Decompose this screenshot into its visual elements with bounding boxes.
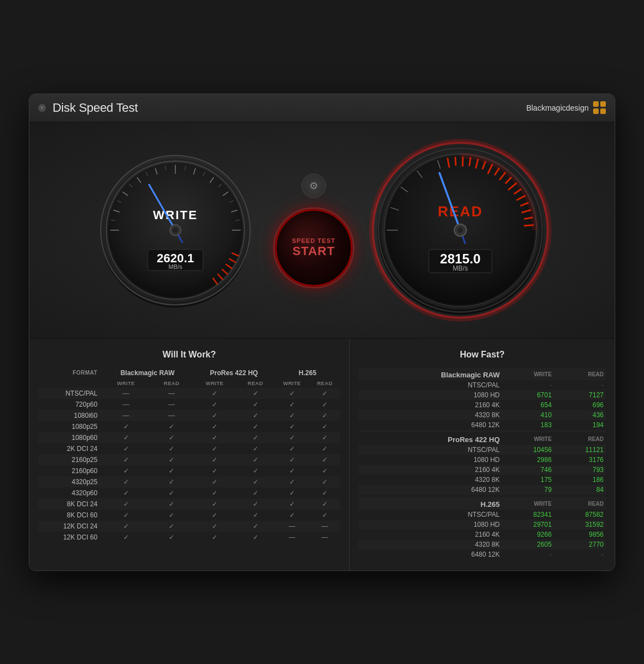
will-cell: ✓ [193, 476, 236, 487]
format-name: 1080p25 [38, 421, 102, 432]
fast-write-val: 6701 [502, 390, 554, 400]
format-name: 1080i60 [38, 410, 102, 421]
format-name: NTSC/PAL [38, 388, 102, 399]
start-button-line2: START [293, 244, 335, 258]
fast-write-val: 82341 [502, 510, 554, 520]
settings-button[interactable]: ⚙ [302, 174, 326, 198]
fast-row-label: 4320 8K [359, 410, 502, 420]
h265-write-header: WRITE [275, 378, 309, 388]
fast-read-val: 87582 [554, 510, 606, 520]
will-cell: — [102, 399, 150, 410]
will-cell: ✓ [193, 388, 236, 399]
will-cell: ✓ [236, 388, 275, 399]
write-col-header: WRITE [502, 497, 554, 510]
fast-write-val: 654 [502, 400, 554, 410]
will-cell: ✓ [309, 510, 340, 521]
fast-row: 2160 4K746793 [359, 465, 606, 475]
will-cell: ✓ [193, 487, 236, 499]
will-cell: ✓ [150, 510, 193, 521]
fast-row: 1080 HD67017127 [359, 390, 606, 400]
will-cell: ✓ [150, 454, 193, 465]
fast-write-val: - [502, 549, 554, 559]
will-cell: ✓ [236, 487, 275, 499]
will-cell: — [102, 410, 150, 421]
will-cell: — [102, 388, 150, 399]
write-gauge-svg: WRITE 2620.1 MB/s [92, 147, 258, 313]
fast-row-label: 1080 HD [359, 520, 502, 530]
will-cell: ✓ [193, 421, 236, 432]
will-cell: ✓ [193, 532, 236, 543]
will-cell: ✓ [236, 443, 275, 454]
will-cell: ✓ [309, 476, 340, 487]
how-fast-title: How Fast? [359, 350, 606, 360]
will-cell: ✓ [236, 410, 275, 421]
fast-row-label: 2160 4K [359, 400, 502, 410]
will-cell: — [275, 521, 309, 532]
h265-header: H.265 [275, 367, 341, 378]
will-cell: ✓ [236, 432, 275, 443]
will-cell: ✓ [193, 399, 236, 410]
svg-text:WRITE: WRITE [153, 208, 198, 222]
will-cell: ✓ [236, 476, 275, 487]
will-cell: ✓ [309, 399, 340, 410]
fast-row: 6480 12K-- [359, 549, 606, 559]
will-cell: ✓ [102, 510, 150, 521]
braw-read-header: READ [150, 378, 193, 388]
fast-row: 2160 4K92669856 [359, 530, 606, 540]
fast-write-val: 79 [502, 485, 554, 495]
will-cell: ✓ [275, 465, 309, 476]
will-cell: ✓ [193, 465, 236, 476]
will-cell: ✓ [102, 499, 150, 510]
read-col-header: READ [554, 497, 606, 510]
will-cell: ✓ [102, 532, 150, 543]
format-name: 1080p60 [38, 432, 102, 443]
will-cell: ✓ [193, 432, 236, 443]
brand-dot-4 [600, 108, 606, 114]
will-cell: ✓ [150, 499, 193, 510]
will-cell: ✓ [309, 421, 340, 432]
fast-read-val: 194 [554, 420, 606, 430]
will-row: 1080p60✓✓✓✓✓✓ [38, 432, 340, 443]
format-name: 4320p25 [38, 476, 102, 487]
fast-read-val: 9856 [554, 530, 606, 540]
read-col-header: READ [554, 432, 606, 445]
read-gauge-svg: READ 2815.0 MB/s [369, 139, 552, 321]
write-col-header: WRITE [502, 367, 554, 380]
fast-row: 6480 12K7984 [359, 485, 606, 495]
braw-write-header: WRITE [102, 378, 150, 388]
will-cell: ✓ [150, 465, 193, 476]
will-cell: ✓ [275, 388, 309, 399]
will-row: 720p60——✓✓✓✓ [38, 399, 340, 410]
title-bar-left: × Disk Speed Test [38, 101, 138, 115]
will-cell: ✓ [102, 521, 150, 532]
will-cell: ✓ [150, 421, 193, 432]
fast-read-val: 7127 [554, 390, 606, 400]
will-cell: ✓ [275, 476, 309, 487]
fast-row: 1080 HD29863176 [359, 455, 606, 465]
will-cell: ✓ [236, 532, 275, 543]
start-button[interactable]: SPEED TEST START [275, 209, 352, 287]
fast-row-label: 6480 12K [359, 420, 502, 430]
will-row: 8K DCI 60✓✓✓✓✓✓ [38, 510, 340, 521]
will-it-work-table: FORMAT Blackmagic RAW ProRes 422 HQ H.26… [38, 367, 340, 543]
will-cell: ✓ [275, 499, 309, 510]
fast-read-val: 3176 [554, 455, 606, 465]
close-button[interactable]: × [38, 104, 46, 112]
will-cell: ✓ [193, 443, 236, 454]
will-cell: ✓ [150, 476, 193, 487]
fast-row-label: 4320 8K [359, 475, 502, 485]
will-cell: — [150, 399, 193, 410]
fast-read-val: 696 [554, 400, 606, 410]
fast-row: 6480 12K183194 [359, 420, 606, 430]
format-name: 2160p60 [38, 465, 102, 476]
format-name: 4320p60 [38, 487, 102, 499]
fast-row-label: NTSC/PAL [359, 380, 502, 390]
fast-row-label: 1080 HD [359, 455, 502, 465]
fast-row-label: 6480 12K [359, 485, 502, 495]
fast-group-header: H.265WRITEREAD [359, 497, 606, 510]
group-name: H.265 [359, 497, 502, 510]
center-controls: ⚙ SPEED TEST START [275, 174, 352, 287]
fast-row-label: 6480 12K [359, 549, 502, 559]
will-cell: ✓ [309, 432, 340, 443]
fast-row: 1080 HD2970131592 [359, 520, 606, 530]
